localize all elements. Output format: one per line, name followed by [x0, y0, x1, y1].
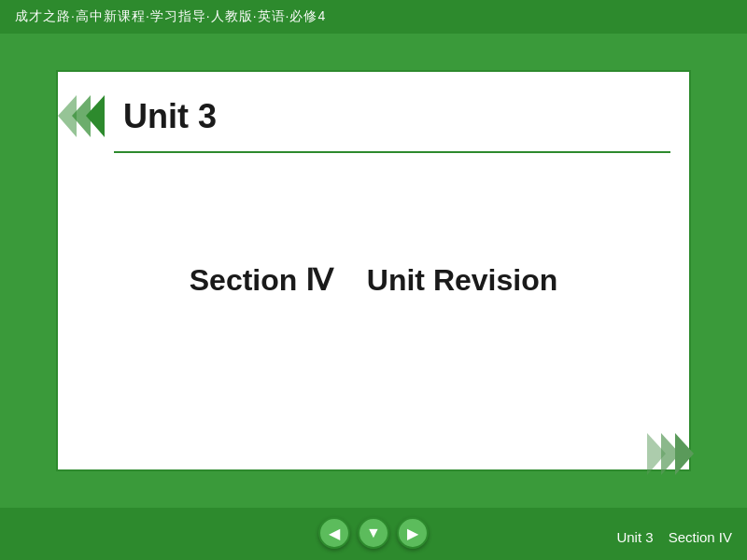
right-chevrons [638, 428, 703, 483]
main-content: Unit 3 Section Ⅳ Unit Revision [0, 34, 747, 508]
bottom-bar: ◀ ▼ ▶ Unit 3 Section IV [0, 508, 747, 560]
section-label: Section Ⅳ [190, 263, 333, 297]
unit-title: Unit 3 [123, 97, 217, 136]
next-button[interactable]: ▶ [397, 517, 429, 549]
home-button[interactable]: ▼ [358, 517, 389, 549]
prev-icon: ◀ [329, 525, 340, 542]
nav-buttons: ◀ ▼ ▶ [318, 517, 429, 549]
slide-container: Unit 3 Section Ⅳ Unit Revision [56, 70, 691, 471]
footer-unit: Unit 3 [616, 529, 653, 545]
revision-label: Unit Revision [367, 263, 557, 297]
section-content: Section Ⅳ Unit Revision [190, 262, 558, 298]
header-title: 成才之路·高中新课程·学习指导·人教版·英语·必修4 [15, 8, 326, 25]
footer-section: Section IV [669, 529, 732, 545]
title-underline [114, 151, 670, 153]
home-icon: ▼ [366, 525, 381, 541]
next-icon: ▶ [407, 525, 418, 542]
header-bar: 成才之路·高中新课程·学习指导·人教版·英语·必修4 [0, 0, 747, 34]
section-text: Section Ⅳ Unit Revision [190, 262, 558, 298]
prev-button[interactable]: ◀ [318, 517, 350, 549]
bottom-info: Unit 3 Section IV [616, 529, 732, 545]
left-chevrons [49, 91, 114, 142]
svg-marker-5 [675, 433, 694, 475]
unit-title-area: Unit 3 [58, 91, 217, 142]
